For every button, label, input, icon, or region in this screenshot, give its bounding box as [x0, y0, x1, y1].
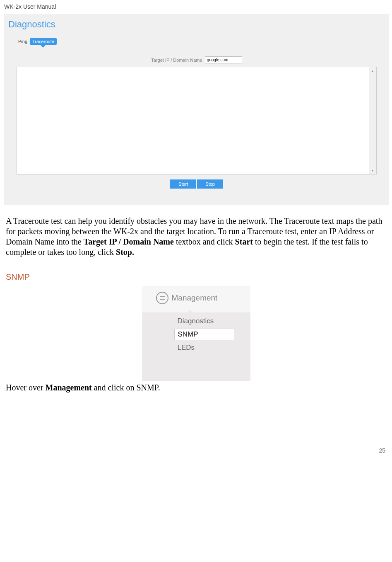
- management-menu-title: Management: [172, 293, 218, 303]
- tab-traceroute[interactable]: Traceroute: [30, 38, 57, 45]
- dropdown-menu: Diagnostics SNMP LEDs: [142, 308, 250, 353]
- diagnostics-title: Diagnostics: [4, 18, 389, 38]
- dropdown-arrow-icon: [186, 310, 194, 314]
- scrollbar[interactable]: [369, 67, 376, 174]
- snmp-heading: SNMP: [4, 272, 388, 282]
- output-textarea[interactable]: ▲ ▼: [17, 67, 377, 174]
- diagnostics-screenshot: Diagnostics Ping Traceroute Target IP / …: [4, 14, 389, 205]
- tab-ping[interactable]: Ping: [16, 38, 30, 45]
- management-dropdown-screenshot: Management Diagnostics SNMP LEDs: [142, 286, 250, 381]
- traceroute-description: A Traceroute test can help you identify …: [4, 216, 388, 257]
- snmp-instruction: Hover over Management and click on SNMP.: [4, 382, 388, 393]
- document-header: WK-2x User Manual: [4, 3, 388, 10]
- target-input[interactable]: [205, 56, 242, 63]
- management-icon: [156, 292, 168, 304]
- menu-item-leds[interactable]: LEDs: [174, 342, 234, 353]
- menu-item-diagnostics[interactable]: Diagnostics: [174, 316, 234, 327]
- tabs-row: Ping Traceroute: [4, 38, 389, 45]
- start-button[interactable]: Start: [170, 179, 196, 189]
- target-input-row: Target IP / Domain Name: [4, 56, 389, 63]
- management-menu-header[interactable]: Management: [142, 286, 250, 308]
- scroll-up-icon[interactable]: ▲: [369, 68, 376, 74]
- buttons-row: Start Stop: [4, 179, 389, 189]
- stop-button[interactable]: Stop: [197, 179, 223, 189]
- page-number: 25: [4, 447, 388, 454]
- target-input-label: Target IP / Domain Name: [151, 58, 202, 63]
- menu-item-snmp[interactable]: SNMP: [174, 329, 234, 340]
- scroll-down-icon[interactable]: ▼: [369, 167, 376, 174]
